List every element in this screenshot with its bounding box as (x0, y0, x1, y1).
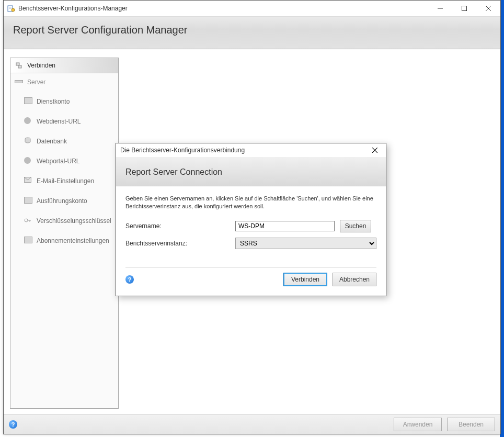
dialog-header-band: Report Server Connection (116, 157, 386, 186)
titlebar: Berichtsserver-Konfigurations-Manager (4, 1, 500, 17)
servername-input[interactable] (235, 221, 335, 231)
globe-icon (24, 117, 32, 126)
sidebar-item-webportal-url[interactable]: Webportal-URL (10, 154, 118, 169)
instance-select[interactable]: SSRS (235, 238, 376, 249)
dialog-help-icon[interactable]: ? (125, 275, 134, 284)
dialog-title: Die Berichtsserver-Konfigurationsverbind… (120, 147, 245, 154)
search-button[interactable]: Suchen (340, 220, 371, 232)
server-icon (15, 78, 23, 86)
row-servername: Servername: Suchen (125, 220, 376, 232)
dialog-titlebar: Die Berichtsserver-Konfigurationsverbind… (116, 143, 386, 157)
database-icon (24, 137, 32, 145)
app-icon (7, 4, 15, 13)
sidebar-item-webdienst-url[interactable]: Webdienst-URL (10, 114, 118, 129)
svg-rect-5 (462, 6, 467, 11)
sidebar-item-label: Webportal-URL (37, 158, 79, 165)
footer: ? Anwenden Beenden (4, 414, 500, 434)
instance-label: Berichtsserverinstanz: (125, 240, 235, 247)
email-icon (24, 177, 32, 185)
row-instance: Berichtsserverinstanz: SSRS (125, 238, 376, 249)
dialog-close-button[interactable] (368, 145, 382, 155)
connection-dialog: Die Berichtsserver-Konfigurationsverbind… (116, 143, 386, 296)
svg-rect-8 (16, 63, 19, 65)
page-title: Report Server Configuration Manager (13, 24, 491, 36)
dialog-heading: Report Server Connection (125, 167, 376, 177)
header-band: Report Server Configuration Manager (4, 17, 500, 49)
svg-rect-9 (18, 65, 21, 68)
sidebar-item-label: Verschlüsselungsschlüssel (37, 217, 111, 225)
svg-rect-2 (9, 8, 12, 8)
help-icon[interactable]: ? (9, 420, 17, 429)
window-title: Berichtsserver-Konfigurations-Manager (18, 5, 428, 12)
svg-rect-1 (9, 7, 12, 7)
dialog-body: Geben Sie einen Servernamen an, klicken … (116, 186, 386, 296)
sidebar-section-label: Server (27, 79, 45, 86)
sidebar-item-datenbank[interactable]: Datenbank (10, 134, 118, 149)
sidebar-item-label: Dienstkonto (37, 98, 70, 105)
cancel-button[interactable]: Abbrechen (333, 273, 376, 286)
sidebar-item-email[interactable]: E-Mail-Einstellungen (10, 174, 118, 188)
sidebar-item-verschluesselung[interactable]: Verschlüsselungsschlüssel (10, 214, 118, 228)
exit-button[interactable]: Beenden (447, 418, 495, 431)
sidebar-section-server[interactable]: Server (10, 75, 118, 89)
sidebar-item-label: Ausführungskonto (37, 197, 87, 205)
sidebar-item-label: Abonnementeinstellungen (37, 237, 109, 244)
apply-button[interactable]: Anwenden (394, 418, 442, 431)
maximize-button[interactable] (452, 1, 476, 16)
svg-point-12 (25, 219, 28, 222)
sidebar-item-dienstkonto[interactable]: Dienstkonto (10, 94, 118, 109)
sidebar-item-label: Webdienst-URL (37, 118, 81, 125)
servername-label: Servername: (125, 222, 235, 230)
exec-account-icon (24, 197, 32, 205)
globe-icon (24, 157, 32, 165)
subscription-icon (24, 237, 32, 245)
connect-button[interactable]: Verbinden (283, 273, 327, 286)
sidebar-item-label: E-Mail-Einstellungen (37, 177, 94, 185)
sidebar: Verbinden Server Dienstkonto Webdienst-U… (10, 58, 119, 409)
sidebar-item-abonnement[interactable]: Abonnementeinstellungen (10, 233, 118, 248)
sidebar-item-label: Verbinden (27, 62, 55, 69)
close-button[interactable] (476, 1, 500, 16)
sidebar-item-label: Datenbank (37, 138, 67, 145)
sidebar-item-ausfuehrungskonto[interactable]: Ausführungskonto (10, 194, 118, 208)
connect-icon (15, 61, 23, 70)
dialog-footer: ? Verbinden Abbrechen (125, 267, 376, 292)
key-icon (24, 217, 32, 225)
dialog-instructions: Geben Sie einen Servernamen an, klicken … (125, 195, 376, 210)
svg-point-3 (12, 8, 15, 12)
account-icon (24, 97, 32, 106)
sidebar-item-connect[interactable]: Verbinden (10, 58, 118, 73)
minimize-button[interactable] (428, 1, 452, 16)
